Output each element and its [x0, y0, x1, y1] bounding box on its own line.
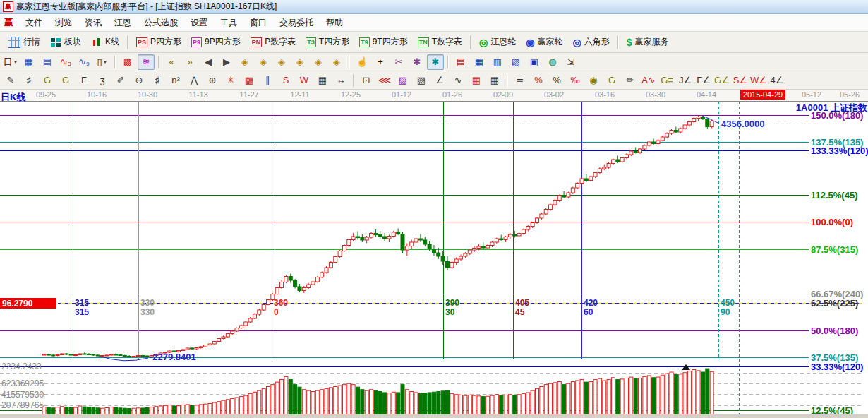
- volume-bar-127[interactable]: [611, 378, 615, 414]
- volume-bar-74[interactable]: [374, 390, 378, 414]
- volume-bar-89[interactable]: [441, 391, 445, 414]
- candle-body-66[interactable]: [338, 251, 342, 257]
- candle-body-138[interactable]: [661, 137, 664, 141]
- winner-service-button[interactable]: $赢家服务: [622, 34, 673, 50]
- volume-bar-61[interactable]: [315, 390, 319, 414]
- volume-bar-42[interactable]: [231, 398, 234, 414]
- volume-bar-92[interactable]: [454, 395, 458, 414]
- candle-body-109[interactable]: [531, 223, 534, 227]
- quotes-button[interactable]: 行情: [4, 34, 44, 50]
- candle-body-102[interactable]: [500, 239, 503, 240]
- candle-body-88[interactable]: [437, 253, 440, 256]
- volume-bar-142[interactable]: [679, 374, 682, 414]
- volume-bar-134[interactable]: [643, 376, 646, 414]
- candle-body-47[interactable]: [253, 314, 256, 318]
- circle-cross-tool[interactable]: ⊕: [204, 73, 221, 88]
- volume-bar-101[interactable]: [495, 395, 498, 414]
- radial-web-tool[interactable]: ✳: [222, 73, 239, 88]
- volume-bar-107[interactable]: [522, 393, 525, 414]
- volume-bar-131[interactable]: [629, 377, 633, 414]
- gold-a-tool[interactable]: G≡: [658, 73, 675, 88]
- volume-bar-69[interactable]: [351, 385, 355, 414]
- volume-bar-64[interactable]: [329, 388, 332, 414]
- candle-body-108[interactable]: [526, 227, 530, 230]
- candle-body-2[interactable]: [52, 355, 55, 356]
- volume-bar-51[interactable]: [271, 385, 275, 414]
- candle-body-36[interactable]: [204, 345, 207, 347]
- candle-body-133[interactable]: [639, 149, 642, 153]
- volume-bar-46[interactable]: [248, 393, 252, 414]
- volume-bar-3[interactable]: [56, 407, 59, 414]
- volume-bar-123[interactable]: [593, 380, 597, 414]
- candle-body-143[interactable]: [683, 125, 687, 129]
- volume-bar-47[interactable]: [253, 392, 256, 414]
- volume-bar-7[interactable]: [73, 407, 77, 414]
- volume-bar-115[interactable]: [557, 381, 561, 414]
- candle-body-3[interactable]: [56, 355, 59, 356]
- volume-bar-53[interactable]: [280, 380, 284, 414]
- hexagon-button[interactable]: ◎六角形: [568, 34, 613, 50]
- volume-bar-41[interactable]: [226, 400, 229, 414]
- candle-body-19[interactable]: [128, 357, 131, 357]
- candle-body-77[interactable]: [387, 237, 391, 239]
- volume-bar-66[interactable]: [338, 386, 342, 414]
- volume-bar-100[interactable]: [490, 395, 494, 414]
- diamond-v-compress-button[interactable]: ◈: [328, 54, 345, 70]
- volume-bar-103[interactable]: [504, 395, 507, 414]
- candle-body-144[interactable]: [687, 122, 691, 126]
- p9-square-button[interactable]: P99P四方形: [187, 34, 245, 50]
- volume-bar-29[interactable]: [172, 406, 176, 414]
- volume-bar-40[interactable]: [222, 400, 225, 414]
- diamond-v-expand-button[interactable]: ◈: [310, 54, 327, 70]
- shen-angle-tool[interactable]: S∠: [732, 73, 749, 88]
- percent-tool[interactable]: %: [548, 73, 565, 88]
- volume-bar-70[interactable]: [356, 387, 360, 414]
- volume-bar-9[interactable]: [83, 407, 86, 414]
- candle-body-115[interactable]: [557, 196, 561, 201]
- candle-body-83[interactable]: [414, 239, 418, 242]
- volume-bar-31[interactable]: [181, 405, 185, 414]
- candle-body-126[interactable]: [607, 164, 610, 168]
- candle-body-112[interactable]: [544, 210, 548, 215]
- volume-bar-24[interactable]: [150, 407, 153, 414]
- gold-grid-tool-1[interactable]: G: [39, 73, 56, 88]
- candle-body-48[interactable]: [258, 310, 261, 314]
- quote-list-button[interactable]: ▤: [39, 54, 56, 70]
- candle-body-55[interactable]: [289, 277, 292, 281]
- volume-bar-148[interactable]: [706, 369, 709, 414]
- candle-body-147[interactable]: [701, 117, 704, 119]
- prev-bar-button[interactable]: ◀: [200, 54, 217, 70]
- candle-body-9[interactable]: [83, 354, 86, 354]
- candle-body-72[interactable]: [365, 237, 368, 240]
- export-button[interactable]: ◍: [544, 54, 561, 70]
- candle-body-73[interactable]: [370, 234, 373, 238]
- mirror-angle-tool[interactable]: ⋀: [186, 73, 203, 88]
- candle-body-116[interactable]: [562, 196, 566, 197]
- gold-line-tool[interactable]: G: [603, 73, 620, 88]
- t9-square-button[interactable]: T99T四方形: [355, 34, 412, 50]
- volume-profile-button[interactable]: ≋: [138, 54, 155, 70]
- volume-bar-48[interactable]: [258, 390, 261, 414]
- pattern-box-button[interactable]: ▩: [119, 54, 136, 70]
- volume-bar-132[interactable]: [634, 378, 637, 414]
- menu-item-9[interactable]: 帮助: [320, 15, 349, 31]
- volume-bar-118[interactable]: [571, 381, 574, 414]
- volume-bar-58[interactable]: [302, 390, 306, 414]
- candle-body-35[interactable]: [199, 347, 203, 348]
- crosshair-button[interactable]: +: [372, 54, 389, 70]
- span-tool[interactable]: ↔: [332, 73, 349, 88]
- volume-bar-144[interactable]: [687, 371, 691, 414]
- candle-body-81[interactable]: [405, 246, 409, 251]
- candle-body-33[interactable]: [191, 348, 194, 349]
- volume-bar-141[interactable]: [674, 375, 677, 414]
- volume-bar-52[interactable]: [275, 382, 279, 414]
- pen-tool[interactable]: ✎: [2, 73, 19, 88]
- volume-bar-91[interactable]: [450, 393, 454, 414]
- candle-body-60[interactable]: [311, 282, 315, 285]
- volume-bar-112[interactable]: [544, 385, 548, 414]
- volume-bar-76[interactable]: [383, 393, 387, 414]
- diamond-left-button[interactable]: ◈: [236, 54, 253, 70]
- ruler-table-tool[interactable]: ▦: [314, 73, 331, 88]
- candle-body-42[interactable]: [231, 331, 234, 334]
- knowledge-tree-button[interactable]: ✱: [409, 54, 426, 70]
